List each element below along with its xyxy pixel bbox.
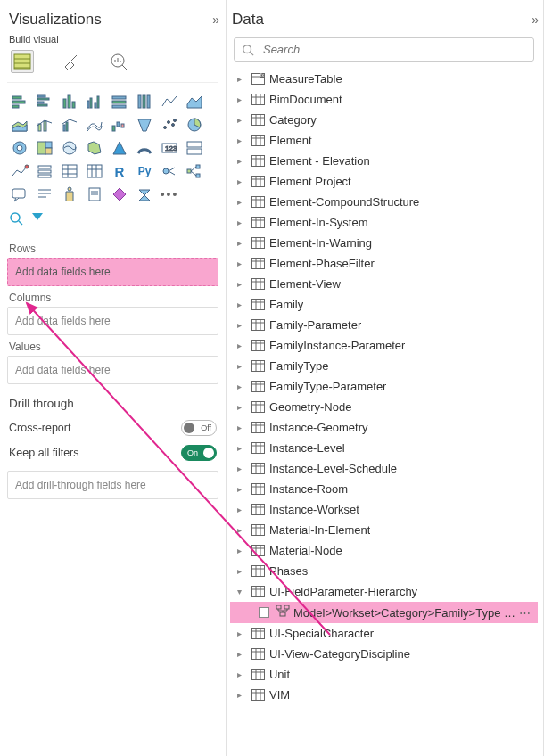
- expand-caret-icon[interactable]: ▸: [237, 361, 248, 371]
- viz-line[interactable]: [159, 92, 180, 111]
- expand-caret-icon[interactable]: ▸: [237, 279, 248, 289]
- collapse-data-icon[interactable]: »: [532, 12, 536, 27]
- expand-caret-icon[interactable]: ▸: [237, 177, 248, 186]
- expand-caret-icon[interactable]: ▸: [237, 300, 248, 309]
- viz-key-influencers[interactable]: [159, 161, 180, 181]
- expand-caret-icon[interactable]: ▸: [237, 382, 248, 391]
- expand-caret-icon[interactable]: ▸: [237, 136, 248, 145]
- viz-pie[interactable]: [184, 115, 205, 135]
- table-row[interactable]: ▸Material-Node: [230, 540, 538, 561]
- hierarchy-row[interactable]: Model>Workset>Category>Family>Type …⋯: [230, 602, 538, 623]
- viz-paginated-report[interactable]: [84, 185, 105, 204]
- table-row[interactable]: ▸UI-SpecialCharacter: [230, 623, 538, 644]
- data-search-input[interactable]: [261, 42, 526, 57]
- expand-caret-icon[interactable]: ▸: [237, 156, 248, 166]
- table-row[interactable]: ▸Instance-Level-Schedule: [230, 458, 538, 479]
- expand-caret-icon[interactable]: ▸: [237, 94, 248, 104]
- table-row[interactable]: ▸Element-In-System: [230, 212, 538, 233]
- table-row[interactable]: ▸Category: [230, 110, 538, 130]
- values-field-well[interactable]: Add data fields here: [7, 356, 218, 384]
- cross-report-toggle[interactable]: Off: [181, 420, 217, 436]
- viz-multi-row-card[interactable]: [184, 138, 205, 158]
- data-search-box[interactable]: [234, 37, 534, 62]
- viz-azure-map[interactable]: [109, 138, 130, 158]
- expand-caret-icon[interactable]: ▸: [237, 649, 248, 659]
- expand-caret-icon[interactable]: ▸: [237, 218, 248, 227]
- table-row[interactable]: ▸FamilyType-Parameter: [230, 376, 538, 397]
- table-row[interactable]: ▸Family: [230, 294, 538, 315]
- table-row[interactable]: ▸FamilyType: [230, 356, 538, 376]
- expand-caret-icon[interactable]: ▸: [237, 484, 248, 494]
- viz-scatter[interactable]: [159, 115, 180, 135]
- table-row[interactable]: ▸Element-View: [230, 274, 538, 294]
- field-checkbox[interactable]: [259, 607, 269, 618]
- viz-stacked-bar[interactable]: [9, 92, 30, 111]
- expand-caret-icon[interactable]: ▸: [237, 505, 248, 514]
- expand-caret-icon[interactable]: ▸: [237, 74, 248, 84]
- table-row[interactable]: ▸FamilyInstance-Parameter: [230, 335, 538, 356]
- table-row[interactable]: ▸Phases: [230, 561, 538, 581]
- viz-filled-map[interactable]: [84, 138, 105, 158]
- viz-smart-narrative[interactable]: [34, 185, 55, 204]
- expand-caret-icon[interactable]: ▾: [237, 587, 248, 596]
- keep-filters-toggle[interactable]: On: [181, 445, 217, 461]
- table-row[interactable]: ▸Instance-Workset: [230, 499, 538, 520]
- viz-waterfall[interactable]: [109, 115, 130, 135]
- analytics-mode-button[interactable]: [107, 50, 130, 73]
- viz-treemap[interactable]: [34, 138, 55, 158]
- filter-viz-icon[interactable]: [30, 211, 45, 228]
- table-row[interactable]: ▸Element-CompoundStructure: [230, 192, 538, 212]
- viz-clustered-column[interactable]: [84, 92, 105, 111]
- viz-card[interactable]: 123: [159, 138, 180, 158]
- expand-caret-icon[interactable]: ▸: [237, 320, 248, 330]
- viz-py-script[interactable]: Py: [134, 161, 155, 181]
- viz-stacked-column[interactable]: [59, 92, 80, 111]
- table-row[interactable]: ▸Instance-Level: [230, 438, 538, 458]
- viz-gauge[interactable]: [134, 138, 155, 158]
- expand-caret-icon[interactable]: ▸: [237, 629, 248, 638]
- viz-100-stacked-column[interactable]: [134, 92, 155, 111]
- viz-more[interactable]: •••: [159, 185, 180, 204]
- columns-field-well[interactable]: Add data fields here: [7, 307, 218, 335]
- expand-caret-icon[interactable]: ▸: [237, 115, 248, 125]
- expand-caret-icon[interactable]: ▸: [237, 443, 248, 453]
- viz-stacked-area[interactable]: [9, 115, 30, 135]
- expand-caret-icon[interactable]: ▸: [237, 423, 248, 432]
- table-row[interactable]: ▸Geometry-Node: [230, 397, 538, 417]
- table-row[interactable]: ▸Material-In-Element: [230, 520, 538, 540]
- table-row[interactable]: ▸Unit: [230, 664, 538, 685]
- table-row[interactable]: ▾UI-FieldParameter-Hierarchy: [230, 581, 538, 602]
- viz-kpi[interactable]: [9, 161, 30, 181]
- expand-caret-icon[interactable]: ▸: [237, 566, 248, 576]
- expand-caret-icon[interactable]: ▸: [237, 402, 248, 412]
- table-row[interactable]: ▸fxMeasureTable: [230, 69, 538, 89]
- viz-r-script[interactable]: R: [109, 161, 130, 181]
- format-mode-button[interactable]: [59, 50, 82, 73]
- collapse-viz-icon[interactable]: »: [212, 12, 217, 27]
- table-row[interactable]: ▸UI-View-CategoryDiscipline: [230, 644, 538, 664]
- viz-matrix[interactable]: [84, 161, 105, 181]
- viz-line-clustered-column[interactable]: [59, 115, 80, 135]
- viz-clustered-bar[interactable]: [34, 92, 55, 111]
- viz-power-automate[interactable]: [134, 185, 155, 204]
- table-row[interactable]: ▸Element-In-Warning: [230, 233, 538, 253]
- fields-mode-button[interactable]: [11, 50, 34, 73]
- table-row[interactable]: ▸Family-Parameter: [230, 315, 538, 335]
- table-row[interactable]: ▸Element - Elevation: [230, 151, 538, 171]
- viz-ribbon[interactable]: [84, 115, 105, 135]
- viz-slicer[interactable]: [34, 161, 55, 181]
- table-row[interactable]: ▸BimDocument: [230, 89, 538, 110]
- expand-caret-icon[interactable]: ▸: [237, 197, 248, 207]
- viz-goals[interactable]: [59, 185, 80, 204]
- search-viz-icon[interactable]: [9, 211, 23, 228]
- expand-caret-icon[interactable]: ▸: [237, 259, 248, 268]
- table-row[interactable]: ▸Element: [230, 130, 538, 151]
- viz-qna[interactable]: [9, 185, 30, 204]
- rows-field-well[interactable]: Add data fields here: [7, 258, 218, 286]
- expand-caret-icon[interactable]: ▸: [237, 670, 248, 679]
- expand-caret-icon[interactable]: ▸: [237, 690, 248, 700]
- viz-line-stacked-column[interactable]: [34, 115, 55, 135]
- table-row[interactable]: ▸Instance-Geometry: [230, 417, 538, 438]
- expand-caret-icon[interactable]: ▸: [237, 525, 248, 535]
- table-row[interactable]: ▸Instance-Room: [230, 479, 538, 499]
